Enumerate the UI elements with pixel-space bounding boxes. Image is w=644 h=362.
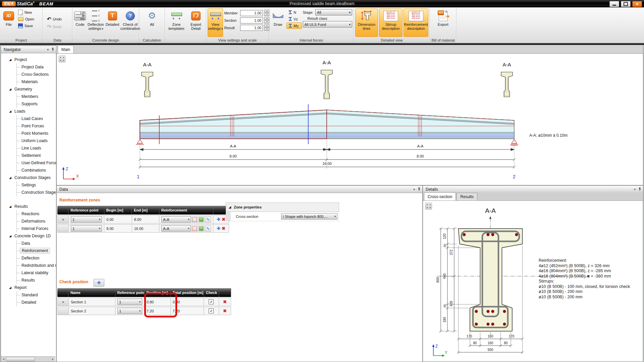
sidebar-item-settings[interactable]: Settings <box>17 181 56 189</box>
zone-row-2[interactable]: 1 8.00 16.00 A-A ✎ ✚ ✖ <box>57 224 229 233</box>
export-xls-button[interactable]: XLS ➔ Export <box>434 8 452 37</box>
add-zone-icon[interactable]: ✚ <box>217 226 220 231</box>
redo-button[interactable]: ↷Redo <box>46 24 63 30</box>
open-button[interactable]: Open <box>17 16 35 22</box>
detailed-button[interactable]: T Detailed <box>105 8 119 37</box>
new-button[interactable]: New <box>17 9 35 15</box>
delete-check-icon[interactable]: ✖ <box>223 308 227 313</box>
result-class-dropdown[interactable]: All ULS Fund <box>303 21 353 27</box>
tab-cross-section[interactable]: Cross-section <box>424 192 456 200</box>
zone-row-1[interactable]: > 1 0.00 8.00 A-A ✎ ✚ ✖ <box>57 215 229 224</box>
sidebar-item-point-moments[interactable]: Point Moments <box>17 130 56 137</box>
zone2-reinforcement-dropdown[interactable]: A-A <box>161 225 191 232</box>
sidebar-item-project-data[interactable]: Project Data <box>17 63 56 71</box>
expand-triangle-icon[interactable]: ◢ <box>9 87 14 91</box>
dimension-lines-button[interactable]: Dimensionlines <box>355 8 378 37</box>
sidebar-item-deformations[interactable]: Deformations <box>17 218 56 225</box>
zone-edit-button[interactable]: ✎ <box>205 226 211 232</box>
sidebar-item-internal-forces[interactable]: Internal Forces <box>17 225 56 232</box>
sidebar-item-line-loads[interactable]: Line Loads <box>17 144 56 152</box>
sidebar-item-reactions[interactable]: Reactions <box>17 210 56 218</box>
sidebar-item-cross-sections[interactable]: Cross-Sections <box>17 71 56 78</box>
cross-section-canvas[interactable]: A-A <box>423 201 642 361</box>
sidebar-item-load-cases[interactable]: Load Cases <box>17 115 56 122</box>
expand-view-button[interactable] <box>425 203 432 209</box>
sidebar-item-construction-stages-child[interactable]: Construction Stages <box>17 189 56 196</box>
force-n-toggle[interactable]: N <box>286 9 302 15</box>
navigator-scrollbar[interactable]: ◄ ► <box>1 356 55 362</box>
sidebar-item-data[interactable]: Data <box>17 240 56 247</box>
check-row-1[interactable]: > Section 1 1 0.80 0.80 ✓ ✖ <box>57 298 231 306</box>
sidebar-item-detailed[interactable]: Detailed <box>17 299 56 306</box>
zone-edit-frame-button[interactable] <box>192 217 198 223</box>
undo-button[interactable]: ↶Undo <box>46 16 63 22</box>
export-detail-button[interactable]: ExportDetail <box>187 8 204 37</box>
check1-checkbox[interactable]: ✓ <box>209 299 214 304</box>
sidebar-item-construction-stages[interactable]: ◢Construction Stages <box>9 174 56 181</box>
draw-button[interactable]: Draw <box>270 8 285 37</box>
save-button[interactable]: Save <box>17 22 35 29</box>
close-button[interactable]: ✕ <box>632 1 642 7</box>
force-vz-toggle[interactable]: Vz <box>286 16 302 22</box>
check-row-2[interactable]: Section 2 1 7.20 7.20 ✓ ✖ <box>57 307 231 315</box>
sidebar-item-lateral-stability[interactable]: Lateral stability <box>17 269 56 277</box>
zone1-reinforcement-dropdown[interactable]: A-A <box>161 216 191 223</box>
maximize-button[interactable] <box>621 1 631 7</box>
sidebar-item-uniform-loads[interactable]: Uniform Loads <box>17 137 56 144</box>
tab-main[interactable]: Main <box>58 45 74 54</box>
reinforcement-description-button[interactable]: Concrete: C3Reinforcemer2Ø16, elevati1Ø1… <box>404 8 428 37</box>
cross-section-dropdown[interactable]: I Shape with haunch 800,... <box>281 213 337 220</box>
pin-icon[interactable] <box>418 187 421 191</box>
pin-icon[interactable] <box>638 187 641 191</box>
sidebar-item-point-forces[interactable]: Point Forces <box>17 122 56 130</box>
sidebar-item-supports[interactable]: Supports <box>17 100 56 108</box>
expand-triangle-icon[interactable]: ◢ <box>9 110 14 113</box>
delete-zone-icon[interactable]: ✖ <box>222 217 225 222</box>
zone-templates-button[interactable]: ▲▲ Zonetemplates <box>166 8 186 37</box>
sidebar-item-redistribution[interactable]: Redistribution and r <box>17 262 56 269</box>
tab-results[interactable]: Results <box>457 193 477 200</box>
add-check-position-button[interactable]: ✚ <box>94 279 104 287</box>
view-settings-button[interactable]: ▲▲ Viewsettings <box>208 8 223 37</box>
check2-refpoint-dropdown[interactable]: 1 <box>117 308 142 314</box>
sidebar-item-results-child[interactable]: Results <box>17 277 56 284</box>
zone2-refpoint-dropdown[interactable]: 1 <box>71 225 102 232</box>
result-scale-input[interactable]: 1.00 <box>240 25 263 31</box>
force-my-toggle[interactable]: My <box>286 22 302 29</box>
stirrup-description-button[interactable]: Concrete: C3Reinforcemer2Ø16, elevati1Ø1… <box>379 8 402 37</box>
expand-view-button[interactable] <box>59 56 65 62</box>
delete-zone-icon[interactable]: ✖ <box>222 226 225 231</box>
check2-checkbox[interactable]: ✓ <box>209 308 214 313</box>
calculate-all-button[interactable]: ⚙ All <box>143 8 161 37</box>
sidebar-item-geometry[interactable]: ◢Geometry <box>9 85 56 93</box>
details-collapse-icon[interactable]: ▾ <box>634 188 636 191</box>
sidebar-item-concrete-design-1d[interactable]: ◢Concrete Design 1D <box>9 232 56 240</box>
sidebar-item-loads[interactable]: ◢Loads <box>9 108 56 115</box>
expand-triangle-icon[interactable]: ◢ <box>9 58 14 61</box>
sidebar-item-deflection[interactable]: Deflection <box>17 254 56 262</box>
sidebar-item-combinations[interactable]: Combinations <box>17 167 56 174</box>
check-of-combination-button[interactable]: ? Check ofcombination <box>120 8 140 37</box>
member-scale-input[interactable]: 1.00 <box>240 10 263 16</box>
expand-triangle-icon[interactable]: ◢ <box>9 205 14 208</box>
scrollbar-thumb[interactable] <box>6 357 35 361</box>
navigator-collapse-icon[interactable]: ▾ <box>47 48 49 51</box>
zone-edit-frame-button[interactable] <box>192 226 198 232</box>
sidebar-item-settlement[interactable]: Settlement <box>17 152 56 159</box>
stage-dropdown[interactable]: All <box>315 9 352 15</box>
sidebar-item-standard[interactable]: Standard <box>17 291 56 299</box>
sidebar-item-reinforcement[interactable]: Reinforcement <box>17 247 56 254</box>
sidebar-item-members[interactable]: Members <box>17 93 56 100</box>
zone-section-button[interactable] <box>198 217 204 223</box>
zone-edit-button[interactable]: ✎ <box>205 217 211 223</box>
zone1-refpoint-dropdown[interactable]: 1 <box>71 216 102 223</box>
data-collapse-icon[interactable]: ▾ <box>413 188 415 191</box>
deflection-settings-button[interactable]: 1 2 3 Deflectionsettings <box>87 8 104 37</box>
scroll-right-icon[interactable]: ► <box>50 357 55 362</box>
sidebar-item-report[interactable]: ◢Report <box>9 284 56 291</box>
delete-check-icon[interactable]: ✖ <box>223 299 227 304</box>
expand-triangle-icon[interactable]: ◢ <box>9 176 14 179</box>
file-button[interactable]: ID File <box>1 8 16 37</box>
expand-triangle-icon[interactable]: ◢ <box>9 234 14 238</box>
sidebar-item-results[interactable]: ◢Results <box>9 203 56 210</box>
